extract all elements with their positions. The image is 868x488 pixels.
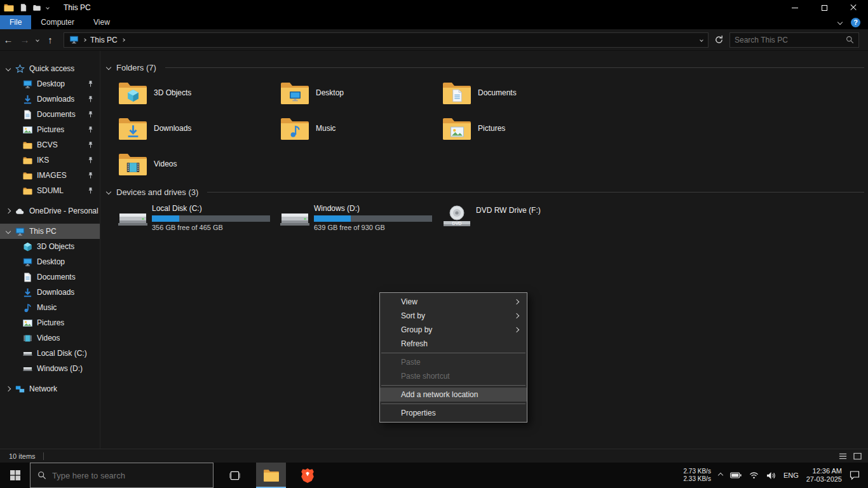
forward-button[interactable]: →	[17, 34, 33, 45]
qat-properties-icon[interactable]	[20, 4, 27, 11]
folder-tile-downloads[interactable]: Downloads	[118, 113, 268, 144]
sidebar-item-documents[interactable]: Documents	[0, 107, 100, 122]
wifi-icon[interactable]	[749, 471, 759, 479]
help-icon[interactable]: ?	[851, 18, 860, 27]
folder-tile-videos[interactable]: Videos	[118, 149, 268, 179]
task-view-button[interactable]	[220, 463, 250, 488]
sidebar-item-downloads[interactable]: Downloads	[0, 92, 100, 107]
context-menu-item-group-by[interactable]: Group by	[380, 323, 527, 337]
menu-separator	[381, 385, 526, 386]
folder-tile-3d-objects[interactable]: 3D Objects	[118, 78, 268, 108]
disk-usage-bar	[152, 215, 270, 222]
breadcrumb[interactable]: This PC	[90, 36, 118, 44]
submenu-chevron-icon	[514, 299, 519, 304]
sidebar-item-quick-access[interactable]: Quick access	[0, 61, 100, 76]
taskbar-brave-button[interactable]	[292, 463, 322, 488]
collapse-folders-chevron-icon[interactable]	[106, 65, 111, 70]
folder-tile-documents[interactable]: Documents	[442, 78, 592, 108]
taskbar-search-input[interactable]	[52, 471, 198, 480]
address-bar[interactable]: This PC	[64, 32, 709, 48]
hard-drive-icon	[23, 364, 32, 374]
expand-ribbon-chevron-icon[interactable]	[837, 20, 843, 25]
folder-tile-pictures[interactable]: Pictures	[442, 113, 592, 144]
close-button[interactable]	[839, 0, 868, 15]
taskbar-clock[interactable]: 12:36 AM 27-03-2025	[806, 467, 842, 484]
qat-customize-chevron-icon[interactable]	[46, 6, 50, 10]
qat-new-folder-icon[interactable]	[33, 4, 41, 11]
tab-view[interactable]: View	[84, 15, 119, 29]
back-button[interactable]: ←	[0, 34, 17, 45]
drive-tile-windows-d[interactable]: Windows (D:) 639 GB free of 930 GB	[280, 202, 430, 233]
context-menu-item-sort-by[interactable]: Sort by	[380, 309, 527, 323]
chevron-down-icon[interactable]	[6, 229, 11, 234]
status-divider	[43, 452, 44, 460]
sidebar-item-desktop[interactable]: Desktop	[0, 76, 100, 92]
volume-icon[interactable]	[766, 471, 776, 480]
dvd-drive-icon: DVD	[442, 203, 472, 232]
sidebar-item-pc-desktop[interactable]: Desktop	[0, 254, 100, 269]
sidebar-item-local-disk-c[interactable]: Local Disk (C:)	[0, 346, 100, 361]
sidebar-item-bcvs[interactable]: BCVS	[0, 137, 100, 152]
refresh-icon[interactable]	[714, 35, 724, 44]
windows-logo-icon	[10, 470, 20, 480]
minimize-button[interactable]	[780, 0, 810, 15]
breadcrumb-chevron-icon[interactable]	[83, 38, 86, 42]
maximize-button[interactable]	[810, 0, 839, 15]
window-controls	[780, 0, 868, 15]
sidebar-item-onedrive[interactable]: OneDrive - Personal	[0, 203, 100, 219]
details-view-icon[interactable]	[839, 452, 847, 460]
large-icons-view-icon[interactable]	[853, 452, 862, 460]
sidebar-item-pc-videos[interactable]: Videos	[0, 330, 100, 346]
context-menu-item-refresh[interactable]: Refresh	[380, 337, 527, 351]
task-view-icon	[229, 470, 240, 481]
folder-icon	[118, 114, 148, 143]
tray-overflow-chevron-icon[interactable]	[718, 473, 723, 478]
drive-tile-dvd-rw-f[interactable]: DVD DVD RW Drive (F:)	[442, 202, 592, 233]
sidebar-item-pictures[interactable]: Pictures	[0, 122, 100, 137]
items-count: 10 items	[9, 452, 36, 460]
sidebar-item-3d-objects[interactable]: 3D Objects	[0, 239, 100, 254]
folder-tile-desktop[interactable]: Desktop	[280, 78, 430, 108]
collapse-devices-chevron-icon[interactable]	[106, 189, 111, 194]
action-center-icon[interactable]	[850, 470, 860, 480]
sidebar-item-pc-music[interactable]: Music	[0, 300, 100, 315]
context-menu-item-properties[interactable]: Properties	[380, 406, 527, 420]
menu-separator	[381, 403, 526, 404]
start-button[interactable]	[0, 463, 30, 488]
chevron-down-icon[interactable]	[6, 66, 11, 71]
chevron-right-icon[interactable]	[6, 386, 11, 391]
battery-icon[interactable]	[730, 472, 742, 478]
folder-icon	[23, 156, 32, 165]
search-icon[interactable]	[846, 36, 854, 44]
sidebar-item-sduml[interactable]: SDUML	[0, 183, 100, 198]
breadcrumb-chevron-icon[interactable]	[121, 38, 125, 42]
film-icon	[126, 162, 140, 173]
sidebar-item-this-pc[interactable]: This PC	[0, 224, 100, 239]
taskbar-search-box[interactable]	[30, 463, 214, 488]
tab-computer[interactable]: Computer	[31, 15, 84, 29]
explorer-search-box[interactable]	[729, 32, 859, 48]
film-icon	[23, 334, 32, 343]
chevron-right-icon[interactable]	[6, 208, 11, 214]
explorer-search-input[interactable]	[735, 36, 846, 44]
context-menu: View Sort by Group by Refresh Paste Past…	[379, 292, 527, 423]
up-button[interactable]: ↑	[42, 34, 58, 45]
context-menu-item-view[interactable]: View	[380, 295, 527, 309]
network-speed-indicator[interactable]: 2.73 KB/s 2.33 KB/s	[684, 468, 711, 483]
tab-file[interactable]: File	[0, 15, 31, 29]
sidebar-item-images[interactable]: IMAGES	[0, 168, 100, 183]
recent-locations-chevron-icon[interactable]	[36, 38, 39, 42]
free-space-label: 639 GB free of 930 GB	[314, 224, 432, 231]
sidebar-item-network[interactable]: Network	[0, 381, 100, 396]
sidebar-item-iks[interactable]: IKS	[0, 152, 100, 168]
sidebar-item-windows-d[interactable]: Windows (D:)	[0, 361, 100, 376]
drive-tile-local-disk-c[interactable]: Local Disk (C:) 356 GB free of 465 GB	[118, 202, 268, 233]
address-dropdown-chevron-icon[interactable]	[700, 38, 703, 42]
sidebar-item-pc-pictures[interactable]: Pictures	[0, 315, 100, 330]
taskbar-file-explorer-button[interactable]	[256, 463, 286, 488]
sidebar-item-pc-downloads[interactable]: Downloads	[0, 285, 100, 300]
folder-tile-music[interactable]: Music	[280, 113, 430, 144]
context-menu-item-add-network-location[interactable]: Add a network location	[380, 388, 527, 402]
sidebar-item-pc-documents[interactable]: Documents	[0, 269, 100, 285]
language-indicator[interactable]: ENG	[783, 471, 799, 479]
